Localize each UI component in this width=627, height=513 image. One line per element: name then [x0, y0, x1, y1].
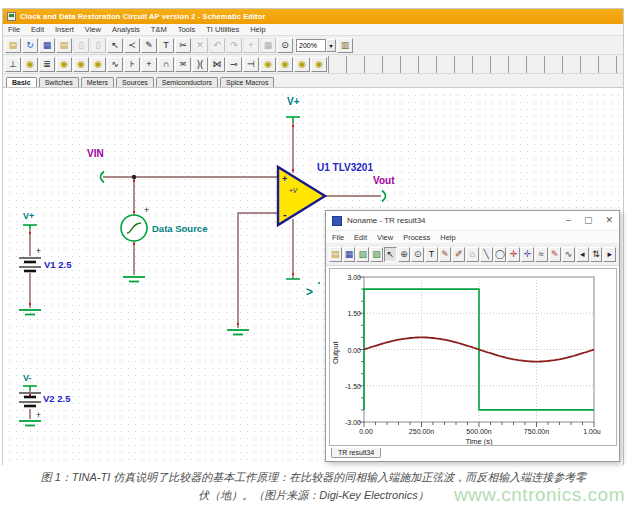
palette-tab[interactable]: Basic	[6, 77, 37, 87]
menu-item[interactable]: File	[8, 25, 20, 34]
tr-result-window: Noname - TR result34 – ▢ ✕ FileEditViewP…	[325, 210, 620, 462]
resistor-icon[interactable]: ∿	[107, 57, 123, 72]
cursor-icon[interactable]: ↖	[107, 38, 123, 53]
opamp-u1[interactable]: + - +V	[278, 167, 325, 225]
ellipse-icon[interactable]: ◯	[494, 247, 507, 262]
pen-icon[interactable]: ✎	[141, 38, 157, 53]
tr-menu-item[interactable]: View	[377, 233, 393, 242]
menu-item[interactable]: Analysis	[112, 25, 140, 34]
menu-item[interactable]: Insert	[55, 25, 74, 34]
battery-v1[interactable]	[19, 258, 41, 271]
tr-menu-item[interactable]: Help	[440, 233, 455, 242]
ic-chip-icon[interactable]: ▥	[337, 38, 353, 53]
current-generator-icon[interactable]: ◉	[90, 57, 106, 72]
transformer-icon[interactable]: )(	[192, 57, 208, 72]
save-icon[interactable]: ▦	[343, 247, 356, 262]
capacitor-icon[interactable]: +	[141, 57, 157, 72]
tr-menu-bar: FileEditViewProcessHelp	[326, 231, 619, 244]
palette-tab[interactable]: Meters	[81, 77, 114, 87]
text-icon[interactable]: T	[425, 247, 438, 262]
palette-tab[interactable]: Semiconductors	[156, 77, 218, 87]
jumper-arrow-glyph: >	[306, 285, 313, 299]
spin-updown-icon[interactable]: ⇅	[590, 247, 603, 262]
y-axis-title: Output	[331, 341, 340, 364]
annotate-icon[interactable]: ✎	[439, 247, 452, 262]
text-icon[interactable]: T	[158, 38, 174, 53]
wire-icon[interactable]: ≺	[124, 38, 140, 53]
draw-icon[interactable]: ✐	[452, 247, 465, 262]
add-icon[interactable]: +	[243, 38, 259, 53]
copy-icon[interactable]: ▯	[73, 38, 89, 53]
menu-item[interactable]: TI Utilities	[206, 25, 239, 34]
v1-terminal[interactable]	[23, 225, 37, 229]
open-icon[interactable]: ▤	[5, 38, 21, 53]
cursor-a-icon[interactable]: ✛	[507, 247, 520, 262]
zoom-level-value[interactable]: 200%	[296, 39, 326, 52]
ground-data-source	[123, 277, 145, 282]
export-icon[interactable]: ▧	[356, 247, 369, 262]
palette-empty-slots	[328, 56, 621, 73]
rotate-right-icon[interactable]: ↷	[226, 38, 242, 53]
cursor-icon[interactable]: ↖	[384, 247, 397, 262]
tr-menu-item[interactable]: File	[332, 233, 344, 242]
v2-terminal[interactable]	[23, 386, 37, 390]
data-source[interactable]: +	[121, 205, 149, 241]
tr-title-bar[interactable]: Noname - TR result34 – ▢ ✕	[326, 211, 619, 231]
vminus-jumper[interactable]: >	[286, 279, 320, 299]
current-source-icon[interactable]: ◉	[56, 57, 72, 72]
palette-tab[interactable]: Spice Macros	[220, 77, 274, 87]
tr-menu-item[interactable]: Edit	[354, 233, 367, 242]
maximize-icon[interactable]: ▢	[584, 216, 593, 225]
switch-icon[interactable]: ≍	[175, 57, 191, 72]
paste-icon[interactable]: ▯	[90, 38, 106, 53]
spin-left-icon[interactable]: ◂	[576, 247, 589, 262]
palette-tab[interactable]: Switches	[39, 77, 79, 87]
save-icon[interactable]: ▦	[39, 38, 55, 53]
grid-icon[interactable]: ▦	[260, 38, 276, 53]
voltage-source-icon[interactable]: ◉	[22, 57, 38, 72]
menu-item[interactable]: Help	[250, 25, 265, 34]
menu-item[interactable]: Edit	[31, 25, 44, 34]
palette-tab[interactable]: Sources	[116, 77, 154, 87]
line-icon[interactable]: ╲	[480, 247, 493, 262]
menu-item[interactable]: T&M	[151, 25, 167, 34]
battery-icon[interactable]: ≣	[39, 57, 55, 72]
opamp-icon[interactable]: ⊣	[243, 57, 259, 72]
tr-result-tab[interactable]: TR result34	[331, 448, 381, 458]
ground-icon[interactable]: ⊥	[5, 57, 21, 72]
copy-icon[interactable]: ▨	[370, 247, 383, 262]
zoom-in-icon[interactable]: ⊕	[398, 247, 411, 262]
open-icon[interactable]: ▤	[329, 247, 342, 262]
delete-icon[interactable]: ✕	[192, 38, 208, 53]
relay-icon[interactable]: ⋈	[209, 57, 225, 72]
cursor-b-icon[interactable]: ✛	[521, 247, 534, 262]
inductor-icon[interactable]: ∩	[158, 57, 174, 72]
potentiometer-icon[interactable]: ⊦	[124, 57, 140, 72]
voltmeter-icon[interactable]: ◉	[260, 57, 276, 72]
home-icon[interactable]: ⌂	[466, 247, 479, 262]
voltage-generator-icon[interactable]: ◉	[73, 57, 89, 72]
autoscale-icon[interactable]: ≈	[535, 247, 548, 262]
rotate-left-icon[interactable]: ↶	[209, 38, 225, 53]
minimize-icon[interactable]: –	[566, 216, 571, 225]
spin-right-icon[interactable]: ▸	[603, 247, 616, 262]
open-macro-icon[interactable]: ▤	[56, 38, 72, 53]
zoom-dropdown-arrow-icon[interactable]: ▾	[326, 39, 336, 52]
multimeter-icon[interactable]: ◉	[294, 57, 310, 72]
smooth-curve-icon[interactable]: ∿	[562, 247, 575, 262]
menu-item[interactable]: Tools	[178, 25, 196, 34]
title-bar[interactable]: Clock and Data Restoration Circuit AP ve…	[3, 9, 623, 24]
vplus-terminal[interactable]	[286, 117, 300, 122]
menu-item[interactable]: View	[85, 25, 101, 34]
cut-icon[interactable]: ✂	[175, 38, 191, 53]
diode-icon[interactable]: ⊸	[226, 57, 242, 72]
zoom-icon[interactable]: ⊙	[277, 38, 293, 53]
tr-menu-item[interactable]: Process	[403, 233, 430, 242]
vout-terminal[interactable]	[382, 191, 386, 202]
refresh-icon[interactable]: ↻	[22, 38, 38, 53]
zoom-icon[interactable]: ⊙	[411, 247, 424, 262]
ammeter-icon[interactable]: ◉	[277, 57, 293, 72]
red-pen-icon[interactable]: ✎	[549, 247, 562, 262]
close-icon[interactable]: ✕	[605, 216, 613, 225]
oscilloscope-icon[interactable]: ◉	[311, 57, 327, 72]
